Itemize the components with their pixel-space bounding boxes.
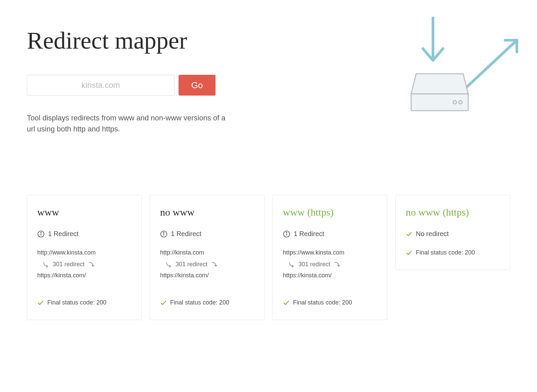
final-status-text: Final status code: 200 [293, 299, 352, 306]
summary-text: 1 Redirect [48, 230, 79, 238]
card-title: no www [160, 207, 254, 218]
final-status-text: Final status code: 200 [47, 299, 106, 306]
final-status-text: Final status code: 200 [416, 249, 475, 256]
final-status: Final status code: 200 [406, 249, 500, 256]
url-original: https://www.kinsta.com [283, 249, 377, 256]
info-icon [283, 230, 290, 238]
redirect-step: 301 redirect [165, 261, 254, 268]
svg-point-14 [286, 232, 287, 233]
url-final: https://kinsta.com/ [160, 272, 254, 279]
card-title: no www (https) [406, 207, 500, 218]
redirect-arrow-icon [334, 261, 340, 268]
summary-text: 1 Redirect [171, 230, 201, 238]
search-row: Go [27, 75, 262, 96]
summary-text: 1 Redirect [294, 230, 324, 238]
svg-point-8 [41, 232, 41, 233]
redirect-step: 301 redirect [43, 261, 131, 268]
redirect-summary: No redirect [406, 230, 500, 238]
redirect-label: 301 redirect [298, 261, 330, 268]
redirect-arrow-icon [43, 261, 49, 268]
redirect-step: 301 redirect [288, 261, 377, 268]
info-icon [160, 230, 167, 238]
svg-point-11 [163, 232, 164, 233]
final-status: Final status code: 200 [37, 299, 131, 306]
tool-description: Tool displays redirects from www and non… [27, 112, 228, 134]
info-icon [37, 230, 45, 238]
check-icon [406, 231, 412, 237]
redirect-label: 301 redirect [53, 261, 85, 268]
url-final: https://kinsta.com/ [283, 272, 377, 279]
redirect-summary: 1 Redirect [283, 230, 377, 238]
url-final: https://kinsta.com/ [37, 272, 131, 279]
go-button[interactable]: Go [179, 75, 215, 96]
result-card-no-www-https: no www (https) No redirect Final status … [395, 195, 510, 270]
final-status: Final status code: 200 [283, 299, 377, 306]
redirect-arrow-icon [88, 261, 95, 268]
summary-text: No redirect [416, 230, 449, 238]
check-icon [37, 299, 44, 306]
final-status-text: Final status code: 200 [170, 299, 229, 306]
card-title: www [37, 207, 131, 218]
redirect-arrow-icon [211, 261, 217, 268]
result-card-www-https: www (https) 1 Redirect https://www.kinst… [273, 195, 387, 320]
check-icon [160, 299, 167, 306]
redirect-summary: 1 Redirect [37, 230, 131, 238]
url-original: http://kinsta.com [160, 249, 254, 256]
svg-line-1 [467, 40, 517, 87]
result-card-no-www: no www 1 Redirect http://kinsta.com 301 … [150, 195, 264, 320]
result-card-www: www 1 Redirect http://www.kinsta.com 301… [27, 195, 142, 320]
final-status: Final status code: 200 [160, 299, 254, 306]
server-illustration [383, 17, 524, 124]
redirect-arrow-icon [288, 261, 295, 268]
svg-rect-3 [411, 94, 468, 111]
url-original: http://www.kinsta.com [37, 249, 131, 256]
url-input[interactable] [27, 75, 175, 96]
card-title: www (https) [283, 207, 377, 218]
page-title: Redirect mapper [27, 27, 262, 55]
svg-marker-2 [411, 74, 468, 94]
redirect-label: 301 redirect [176, 261, 207, 268]
check-icon [406, 249, 412, 256]
redirect-arrow-icon [165, 261, 172, 268]
check-icon [283, 299, 290, 306]
redirect-summary: 1 Redirect [160, 230, 254, 238]
results-row: www 1 Redirect http://www.kinsta.com 301… [27, 195, 510, 320]
